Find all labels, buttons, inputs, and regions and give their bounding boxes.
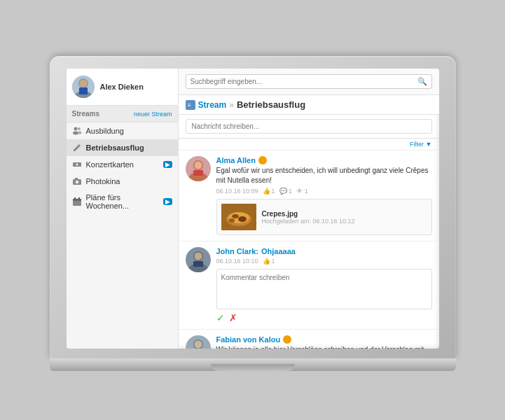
pencil-icon bbox=[72, 143, 82, 153]
new-stream-button[interactable]: neuer Stream bbox=[134, 111, 172, 118]
stream-icon: ≡ bbox=[186, 100, 195, 110]
username: Alex Dieken bbox=[100, 83, 144, 91]
top-bar: 🔍 bbox=[179, 69, 439, 95]
author-name-fabian: Fabian von Kalou bbox=[216, 335, 281, 344]
like-button-alma[interactable]: 👍 1 bbox=[263, 188, 275, 195]
sidebar-item-plaene[interactable]: Pläne fürs Wochenen... ▶ bbox=[67, 190, 178, 214]
laptop-base bbox=[50, 358, 456, 371]
breadcrumb-page-title: Betriebsausflug bbox=[237, 99, 305, 110]
svg-rect-19 bbox=[78, 197, 80, 200]
svg-point-14 bbox=[75, 181, 78, 184]
svg-point-5 bbox=[74, 127, 77, 131]
camera-icon bbox=[72, 176, 82, 186]
post-author-alma: Alma Allen bbox=[216, 156, 432, 164]
comment-count-alma: 💬 1 bbox=[279, 188, 293, 195]
search-input[interactable] bbox=[191, 78, 417, 85]
attachment-thumbnail bbox=[221, 204, 256, 230]
svg-point-32 bbox=[238, 216, 247, 222]
sidebar-item-ausbildung[interactable]: Ausbildung bbox=[67, 122, 178, 139]
attachment-date: Hochgeladen am: 06.10.16 10:12 bbox=[262, 218, 355, 225]
main-content: 🔍 ≡ Stream » Betriebsausflug bbox=[179, 69, 439, 349]
sidebar-item-label-betriebsausflug: Betriebsausflug bbox=[86, 144, 172, 152]
post-timestamp-john: 06.10.16 10:10 bbox=[216, 258, 258, 265]
comment-actions: ✓ ✗ bbox=[216, 312, 432, 323]
post-text-fabian: Wir können ja alle hier Vorschläge schre… bbox=[216, 345, 432, 349]
author-name-john: John Clark: bbox=[216, 247, 259, 255]
sidebar-item-label-konzertkarten: Konzertkarten bbox=[86, 160, 159, 169]
comment-box[interactable] bbox=[216, 269, 432, 309]
svg-point-42 bbox=[194, 341, 202, 349]
attachment-crepes[interactable]: Crepes.jpg Hochgeladen am: 06.10.16 10:1… bbox=[216, 199, 432, 235]
post-avatar-john bbox=[186, 247, 211, 272]
streams-header: Streams neuer Stream bbox=[67, 106, 178, 122]
breadcrumb-separator: » bbox=[229, 100, 234, 110]
post-timestamp-alma: 06.10.16 10:09 bbox=[216, 188, 258, 195]
breadcrumb-stream-label[interactable]: Stream bbox=[198, 100, 227, 110]
post-meta-alma: 06.10.16 10:09 👍 1 💬 1 👁 1 bbox=[216, 188, 432, 195]
streams-label: Streams bbox=[72, 110, 99, 118]
attachment-name: Crepes.jpg bbox=[262, 210, 355, 218]
sidebar-item-photokina[interactable]: Photokina bbox=[67, 173, 178, 190]
svg-rect-26 bbox=[193, 170, 203, 176]
sidebar-item-label-photokina: Photokina bbox=[86, 177, 172, 186]
user-profile[interactable]: Alex Dieken bbox=[67, 69, 178, 106]
sidebar-item-badge-konzertkarten: ▶ bbox=[163, 161, 172, 168]
sidebar: Alex Dieken Streams neuer Stream bbox=[67, 69, 179, 349]
svg-point-37 bbox=[194, 253, 202, 260]
svg-point-33 bbox=[229, 218, 235, 223]
breadcrumb: ≡ Stream » Betriebsausflug bbox=[179, 95, 439, 115]
post-meta-john: 06.10.16 10:10 👍 1 bbox=[216, 258, 432, 265]
user-avatar bbox=[72, 76, 95, 98]
users-icon bbox=[72, 126, 82, 136]
post-author-fabian: Fabian von Kalou bbox=[216, 335, 432, 344]
post-body-john: John Clark: Ohjaaaaa 06.10.16 10:10 👍 1 bbox=[216, 247, 432, 323]
search-icon: 🔍 bbox=[417, 77, 427, 86]
attachment-info: Crepes.jpg Hochgeladen am: 06.10.16 10:1… bbox=[262, 210, 355, 225]
screen-bezel: Alex Dieken Streams neuer Stream bbox=[50, 56, 456, 358]
search-box[interactable]: 🔍 bbox=[186, 74, 432, 89]
sidebar-item-betriebsausflug[interactable]: Betriebsausflug bbox=[67, 139, 178, 156]
svg-point-25 bbox=[194, 162, 202, 169]
calendar-icon bbox=[72, 197, 82, 206]
post-avatar-fabian bbox=[186, 335, 211, 349]
svg-rect-4 bbox=[79, 88, 88, 94]
verified-badge-fabian bbox=[283, 335, 291, 344]
post-avatar-alma bbox=[186, 156, 211, 181]
post-author-john: John Clark: Ohjaaaaa bbox=[216, 247, 432, 255]
svg-text:≡: ≡ bbox=[188, 102, 191, 108]
svg-point-7 bbox=[78, 127, 81, 130]
post-alma-allen: Alma Allen Egal wofür wir uns entscheide… bbox=[179, 150, 439, 241]
post-text-alma: Egal wofür wir uns entscheiden, ich will… bbox=[216, 166, 432, 186]
svg-marker-27 bbox=[260, 158, 265, 163]
laptop-container: Alex Dieken Streams neuer Stream bbox=[50, 56, 456, 371]
sidebar-item-label-ausbildung: Ausbildung bbox=[86, 127, 172, 135]
message-input-bar bbox=[179, 115, 439, 139]
sidebar-item-konzertkarten[interactable]: Konzertkarten ▶ bbox=[67, 156, 178, 173]
app-screen: Alex Dieken Streams neuer Stream bbox=[67, 69, 439, 349]
verified-badge-alma bbox=[258, 156, 267, 164]
like-button-john[interactable]: 👍 1 bbox=[263, 258, 275, 265]
sidebar-item-label-plaene: Pläne fürs Wochenen... bbox=[86, 193, 159, 210]
post-body-alma: Alma Allen Egal wofür wir uns entscheide… bbox=[216, 156, 432, 235]
svg-marker-44 bbox=[284, 337, 290, 342]
filter-button[interactable]: Filter ▼ bbox=[410, 141, 431, 148]
svg-marker-10 bbox=[74, 144, 81, 151]
svg-rect-15 bbox=[75, 178, 78, 179]
post-john-clark: John Clark: Ohjaaaaa 06.10.16 10:10 👍 1 bbox=[179, 241, 439, 330]
post-body-fabian: Fabian von Kalou Wir können ja alle hier… bbox=[216, 335, 432, 349]
svg-point-31 bbox=[232, 214, 239, 218]
author-name-alma: Alma Allen bbox=[216, 156, 256, 164]
svg-point-12 bbox=[76, 164, 78, 166]
svg-rect-18 bbox=[74, 197, 76, 200]
submit-comment-button[interactable]: ✓ bbox=[216, 312, 225, 323]
author-text-john: Ohjaaaaa bbox=[261, 247, 296, 255]
svg-rect-17 bbox=[73, 199, 81, 201]
message-input[interactable] bbox=[186, 119, 432, 134]
filter-bar: Filter ▼ bbox=[179, 139, 439, 150]
comment-input[interactable] bbox=[221, 274, 427, 302]
ticket-icon bbox=[72, 160, 82, 169]
view-count-alma: 👁 1 bbox=[296, 188, 308, 195]
svg-rect-38 bbox=[193, 261, 203, 267]
cancel-comment-button[interactable]: ✗ bbox=[229, 312, 237, 323]
stream-content[interactable]: Filter ▼ bbox=[179, 139, 439, 349]
